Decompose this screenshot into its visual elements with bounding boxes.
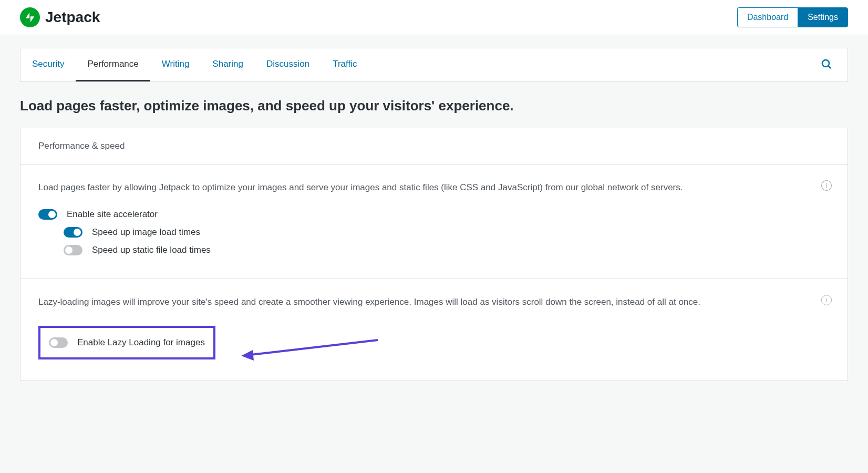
lazy-loading-highlight: Enable Lazy Loading for images	[38, 326, 215, 359]
page-header: Jetpack Dashboard Settings	[0, 0, 868, 35]
speed-images-toggle[interactable]	[64, 227, 82, 238]
page-title: Load pages faster, optimize images, and …	[20, 98, 848, 114]
info-icon[interactable]: i	[821, 295, 832, 305]
lazy-loading-description: Lazy-loading images will improve your si…	[38, 295, 830, 309]
tab-performance[interactable]: Performance	[76, 48, 150, 81]
jetpack-logo-icon	[20, 7, 40, 27]
brand-name: Jetpack	[45, 9, 100, 26]
tab-writing[interactable]: Writing	[150, 48, 201, 81]
performance-panel: Performance & speed i Load pages faster …	[20, 128, 848, 381]
dashboard-button[interactable]: Dashboard	[737, 7, 798, 27]
enable-accelerator-label: Enable site accelerator	[67, 209, 158, 220]
tab-security[interactable]: Security	[20, 48, 76, 81]
speed-static-label: Speed up static file load times	[92, 245, 211, 255]
annotation-arrow-icon	[241, 336, 383, 362]
enable-accelerator-row: Enable site accelerator	[38, 209, 830, 220]
speed-static-row: Speed up static file load times	[64, 245, 830, 255]
svg-marker-3	[241, 350, 254, 361]
svg-line-2	[251, 340, 378, 355]
tab-sharing[interactable]: Sharing	[201, 48, 255, 81]
svg-line-1	[828, 66, 831, 68]
settings-button[interactable]: Settings	[798, 7, 848, 27]
enable-accelerator-toggle[interactable]	[38, 209, 57, 220]
panel-header: Performance & speed	[20, 128, 848, 164]
speed-images-row: Speed up image load times	[64, 227, 830, 238]
search-icon[interactable]	[820, 58, 833, 73]
info-icon[interactable]: i	[821, 180, 832, 191]
main-content: Security Performance Writing Sharing Dis…	[0, 48, 868, 402]
lazy-loading-section: i Lazy-loading images will improve your …	[20, 279, 848, 381]
tabs-container: Security Performance Writing Sharing Dis…	[20, 48, 848, 82]
accelerator-section: i Load pages faster by allowing Jetpack …	[20, 164, 848, 279]
logo: Jetpack	[20, 7, 100, 27]
enable-lazy-loading-toggle[interactable]	[49, 337, 68, 348]
speed-static-toggle[interactable]	[64, 245, 82, 255]
header-button-group: Dashboard Settings	[737, 7, 848, 27]
tab-discussion[interactable]: Discussion	[255, 48, 321, 81]
enable-lazy-loading-label: Enable Lazy Loading for images	[77, 337, 205, 348]
tabs-list: Security Performance Writing Sharing Dis…	[20, 48, 368, 81]
accelerator-description: Load pages faster by allowing Jetpack to…	[38, 180, 830, 194]
tab-traffic[interactable]: Traffic	[321, 48, 368, 81]
svg-point-0	[822, 60, 829, 67]
speed-images-label: Speed up image load times	[92, 227, 200, 238]
